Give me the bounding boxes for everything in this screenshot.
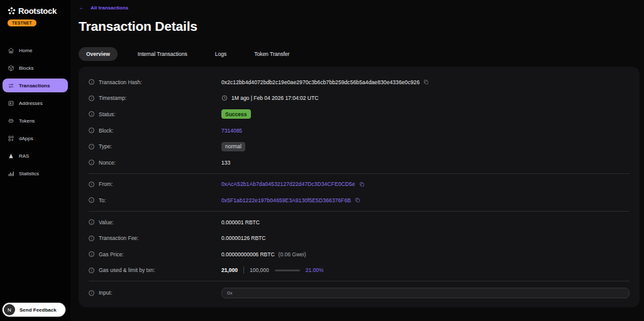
sidebar-item-dapps[interactable]: dApps <box>3 131 68 145</box>
divider <box>89 173 630 174</box>
transaction-details-panel: iTransaction Hash: 0x2c12bb4d4072bdb2c19… <box>79 67 640 307</box>
row-nonce: iNonce: 133 <box>89 155 630 171</box>
dapps-icon <box>8 135 14 142</box>
field-label: Transaction Fee: <box>99 235 138 241</box>
info-icon: i <box>89 95 94 101</box>
sidebar-item-label: Statistics <box>19 171 39 177</box>
sidebar-item-addresses[interactable]: Addresses <box>3 96 68 110</box>
gas-percent: 21.00% <box>306 267 324 273</box>
info-icon: i <box>89 182 94 187</box>
gas-used-value: 21,000 <box>221 267 238 273</box>
copy-icon[interactable] <box>359 182 365 187</box>
row-transaction-hash: iTransaction Hash: 0x2c12bb4d4072bdb2c19… <box>89 74 630 90</box>
info-icon: i <box>89 268 94 273</box>
row-gas-price: iGas Price: 0.00000000006 RBTC (0.06 Gwe… <box>89 246 630 263</box>
tab-logs[interactable]: Logs <box>208 47 234 61</box>
feedback-label: Send Feedback <box>19 307 57 313</box>
back-arrow-icon: ← <box>79 4 85 11</box>
divider <box>89 211 630 212</box>
timestamp-value: 1M ago | Feb 04 2026 17:04:02 UTC <box>231 95 318 101</box>
info-icon: i <box>89 236 94 241</box>
info-icon: i <box>89 197 94 203</box>
brand: Rootstock TESTNET <box>0 0 70 27</box>
sidebar-item-label: Addresses <box>19 101 43 106</box>
ras-icon <box>8 153 14 160</box>
sidebar-item-ras[interactable]: RAS <box>3 149 68 163</box>
row-input: iInput: 0x <box>89 284 630 302</box>
copy-icon[interactable] <box>423 79 429 85</box>
blocks-icon <box>8 65 14 72</box>
sidebar-nav: Home Blocks Transactions Addresses Token… <box>0 43 70 180</box>
statistics-icon <box>8 170 14 177</box>
sidebar-item-label: RAS <box>19 153 29 159</box>
rootstock-logo-icon <box>8 7 16 15</box>
field-label: Gas used & limit by txn: <box>99 267 155 273</box>
sidebar: Rootstock TESTNET Home Blocks Transactio… <box>0 0 70 321</box>
sidebar-item-label: dApps <box>19 136 33 141</box>
sidebar-item-label: Home <box>19 48 32 53</box>
info-icon: i <box>89 160 94 165</box>
sidebar-item-label: Blocks <box>19 65 34 71</box>
gas-progress-bar <box>275 269 300 271</box>
sidebar-item-blocks[interactable]: Blocks <box>3 61 68 75</box>
brand-name: Rootstock <box>18 6 57 16</box>
sidebar-item-statistics[interactable]: Statistics <box>3 166 68 180</box>
tab-bar: Overview Internal Transactions Logs Toke… <box>79 47 640 61</box>
transaction-hash-value: 0x2c12bb4d4072bdb2c19e0ae2970c3b6cb7bb25… <box>221 79 419 85</box>
home-icon <box>8 47 14 54</box>
info-icon: i <box>89 79 94 85</box>
row-from: iFrom: 0xAcA52b1Ab7da04532127d22d47Dc3D3… <box>89 177 630 193</box>
feedback-avatar: N <box>4 304 15 315</box>
testnet-badge: TESTNET <box>8 19 36 26</box>
sidebar-item-label: Transactions <box>19 83 50 89</box>
info-icon: i <box>89 128 94 133</box>
type-badge: normal <box>221 142 245 151</box>
tab-overview[interactable]: Overview <box>79 47 118 61</box>
transactions-icon <box>8 82 14 89</box>
copy-icon[interactable] <box>355 197 360 203</box>
tab-internal-transactions[interactable]: Internal Transactions <box>130 47 195 61</box>
field-label: Block: <box>99 128 113 134</box>
row-status: iStatus: Success <box>89 106 630 122</box>
info-icon: i <box>89 111 94 117</box>
field-label: Gas Price: <box>99 251 124 258</box>
row-transaction-fee: iTransaction Fee: 0.00000126 RBTC <box>89 230 630 246</box>
sidebar-item-tokens[interactable]: Tokens <box>3 114 68 128</box>
field-label: Nonce: <box>99 160 116 166</box>
input-data-field[interactable]: 0x <box>221 288 630 298</box>
gas-price-amount: 0.00000000006 RBTC <box>221 251 275 258</box>
tab-token-transfer[interactable]: Token Transfer <box>247 47 297 61</box>
field-label: Status: <box>99 111 115 117</box>
sidebar-item-label: Tokens <box>19 118 35 124</box>
field-label: Value: <box>99 219 113 226</box>
addresses-icon <box>8 100 14 107</box>
field-label: Transaction Hash: <box>99 79 142 85</box>
field-label: Input: <box>99 290 112 296</box>
row-timestamp: iTimestamp: 1M ago | Feb 04 2026 17:04:0… <box>89 90 630 107</box>
send-feedback-button[interactable]: N Send Feedback <box>3 303 65 317</box>
to-address-link[interactable]: 0x5F1ab1222e197b04659E3A9130f5E5D366376F… <box>221 197 351 204</box>
value-amount: 0.000001 RBTC <box>221 219 260 226</box>
main-content: ← All transactions Transaction Details O… <box>70 0 644 321</box>
info-icon: i <box>89 219 94 225</box>
clock-icon <box>221 95 228 101</box>
gas-limit-value: 100,000 <box>250 267 269 273</box>
fee-amount: 0.00000126 RBTC <box>221 235 265 241</box>
info-icon: i <box>89 290 94 296</box>
breadcrumb-all-transactions[interactable]: ← All transactions <box>79 3 640 11</box>
block-number-link[interactable]: 7314085 <box>221 128 242 134</box>
sidebar-item-transactions[interactable]: Transactions <box>3 79 68 92</box>
from-address-link[interactable]: 0xAcA52b1Ab7da04532127d22d47Dc3D34CFE0CD… <box>221 181 355 187</box>
row-to: iTo: 0x5F1ab1222e197b04659E3A9130f5E5D36… <box>89 192 630 209</box>
breadcrumb-label: All transactions <box>91 5 128 11</box>
row-type: iType: normal <box>89 138 630 155</box>
page-title: Transaction Details <box>79 19 640 34</box>
sidebar-item-home[interactable]: Home <box>3 43 68 57</box>
field-label: Type: <box>99 143 112 150</box>
tokens-icon <box>8 117 14 124</box>
nonce-value: 133 <box>221 160 230 166</box>
info-icon: i <box>89 251 94 257</box>
row-value: iValue: 0.000001 RBTC <box>89 214 630 231</box>
gas-price-gwei: (0.06 Gwei) <box>279 251 306 258</box>
field-label: To: <box>99 197 106 204</box>
